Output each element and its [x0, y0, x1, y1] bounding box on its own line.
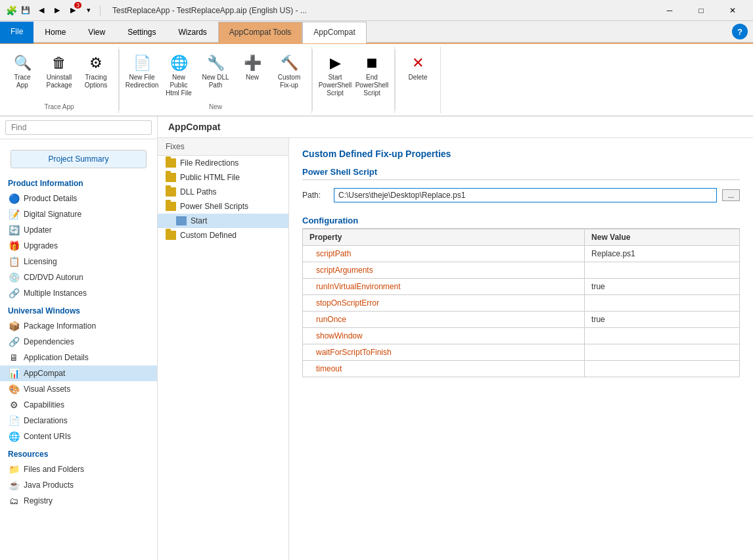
tab-appcompat-tools[interactable]: AppCompat Tools: [218, 22, 303, 43]
licensing-icon: 📋: [8, 256, 20, 268]
sidebar-item-appcompat[interactable]: 📊 AppCompat: [0, 365, 157, 381]
table-row: runInVirtualEnvironment true: [303, 279, 740, 295]
tab-home[interactable]: Home: [34, 22, 77, 43]
help-btn[interactable]: ?: [732, 24, 748, 39]
sidebar-item-product-details[interactable]: 🔵 Product Details: [0, 191, 157, 206]
sidebar-item-updater[interactable]: 🔄 Updater: [0, 222, 157, 238]
tree-item-file-redirections[interactable]: File Redirections: [158, 156, 288, 170]
sidebar-item-upgrades[interactable]: 🎁 Upgrades: [0, 238, 157, 254]
java-products-icon: ☕: [8, 479, 20, 491]
uninstall-package-btn[interactable]: 🗑 UninstallPackage: [42, 49, 76, 93]
sidebar-item-licensing[interactable]: 📋 Licensing: [0, 254, 157, 269]
val-scriptPath[interactable]: Replace.ps1: [585, 246, 740, 262]
product-details-icon: 🔵: [8, 193, 20, 204]
val-scriptArguments[interactable]: [585, 262, 740, 279]
sidebar-item-declarations[interactable]: 📄 Declarations: [0, 413, 157, 429]
save-quick-btn[interactable]: 💾: [18, 3, 33, 18]
registry-icon: 🗂: [8, 495, 20, 507]
visual-assets-icon: 🎨: [8, 383, 20, 395]
config-section-header: Configuration: [302, 216, 740, 229]
window-controls: ─ □ ✕: [654, 0, 748, 21]
prop-runInVirtualEnvironment[interactable]: runInVirtualEnvironment: [303, 279, 585, 295]
val-timeout[interactable]: [585, 361, 740, 377]
tree-item-custom-defined[interactable]: Custom Defined: [158, 228, 288, 243]
start-powershell-btn[interactable]: ▶ Start PowerShellScript: [318, 49, 352, 101]
delete-items: ✕ Delete: [401, 49, 435, 110]
sidebar-item-digital-signature[interactable]: 📝 Digital Signature: [0, 206, 157, 222]
tree-item-power-shell-scripts[interactable]: Power Shell Scripts: [158, 199, 288, 214]
tab-appcompat[interactable]: AppCompat: [302, 22, 366, 43]
new-file-redirection-btn[interactable]: 📄 New FileRedirection: [125, 49, 159, 93]
start-powershell-label: Start PowerShellScript: [319, 74, 352, 97]
tracing-options-btn[interactable]: ⚙ TracingOptions: [79, 49, 113, 93]
sidebar-item-files-folders[interactable]: 📁 Files and Folders: [0, 461, 157, 477]
ps-section: Power Shell Script Path: ...: [302, 167, 740, 202]
prop-runOnce[interactable]: runOnce: [303, 312, 585, 328]
new-public-html-label: New PublicHtml File: [165, 74, 193, 97]
new-file-redirection-label: New FileRedirection: [126, 74, 159, 89]
tab-file[interactable]: File: [0, 22, 34, 43]
sidebar-item-java-products[interactable]: ☕ Java Products: [0, 477, 157, 493]
val-stopOnScriptError[interactable]: [585, 295, 740, 312]
package-information-icon: 📦: [8, 320, 20, 332]
title-bar: 🧩 💾 ◀ ▶ ▶ 3 ▾ TestReplaceApp - TestRepla…: [0, 0, 753, 21]
universal-windows-title: Universal Windows: [0, 301, 157, 318]
trace-app-btn[interactable]: 🔍 TraceApp: [5, 49, 39, 93]
content-uris-icon: 🌐: [8, 431, 20, 442]
path-browse-btn[interactable]: ...: [722, 189, 740, 201]
close-btn[interactable]: ✕: [718, 0, 748, 21]
new-public-html-btn[interactable]: 🌐 New PublicHtml File: [162, 49, 196, 101]
prop-scriptPath[interactable]: scriptPath: [303, 246, 585, 262]
app-icon: 🧩: [5, 5, 17, 16]
val-showWindow[interactable]: [585, 328, 740, 344]
path-input[interactable]: [334, 188, 717, 202]
val-runInVirtualEnvironment[interactable]: true: [585, 279, 740, 295]
end-powershell-btn[interactable]: ⏹ End PowerShellScript: [355, 49, 389, 101]
ribbon-content: 🔍 TraceApp 🗑 UninstallPackage ⚙ TracingO…: [0, 43, 753, 116]
tracing-options-label: TracingOptions: [85, 74, 107, 89]
redo-quick-btn[interactable]: ▶: [50, 3, 64, 18]
maximize-btn[interactable]: □: [686, 0, 716, 21]
prop-scriptArguments[interactable]: scriptArguments: [303, 262, 585, 279]
tree-item-dll-paths[interactable]: DLL Paths: [158, 185, 288, 199]
tab-view[interactable]: View: [77, 22, 116, 43]
sidebar-item-content-uris[interactable]: 🌐 Content URIs: [0, 429, 157, 444]
delete-btn[interactable]: ✕ Delete: [401, 49, 435, 85]
dropdown-btn[interactable]: ▾: [81, 3, 96, 18]
appcompat-sidebar-icon: 📊: [8, 367, 20, 379]
search-input[interactable]: [5, 120, 152, 135]
table-row: runOnce true: [303, 312, 740, 328]
prop-timeout[interactable]: timeout: [303, 361, 585, 377]
sidebar-item-cd-dvd[interactable]: 💿 CD/DVD Autorun: [0, 269, 157, 285]
undo-quick-btn[interactable]: ◀: [34, 3, 49, 18]
tab-wizards[interactable]: Wizards: [168, 22, 218, 43]
table-row: showWindow: [303, 328, 740, 344]
sidebar-item-visual-assets[interactable]: 🎨 Visual Assets: [0, 381, 157, 397]
delete-icon: ✕: [407, 53, 428, 74]
folder-icon-public-html: [166, 173, 176, 182]
tree-item-start[interactable]: Start: [158, 214, 288, 228]
trace-app-icon: 🔍: [12, 53, 33, 74]
prop-waitForScriptToFinish[interactable]: waitForScriptToFinish: [303, 344, 585, 361]
new-dll-path-btn[interactable]: 🔧 New DLLPath: [198, 49, 233, 93]
minimize-btn[interactable]: ─: [654, 0, 685, 21]
sidebar-item-dependencies[interactable]: 🔗 Dependencies: [0, 334, 157, 350]
sidebar-item-package-information[interactable]: 📦 Package Information: [0, 318, 157, 334]
tree-item-public-html-file[interactable]: Public HTML File: [158, 170, 288, 185]
sidebar: Project Summary Product Information 🔵 Pr…: [0, 116, 158, 560]
project-summary-btn[interactable]: Project Summary: [11, 150, 147, 168]
cd-dvd-icon: 💿: [8, 271, 20, 283]
val-runOnce[interactable]: true: [585, 312, 740, 328]
sidebar-item-application-details[interactable]: 🖥 Application Details: [0, 350, 157, 365]
val-waitForScriptToFinish[interactable]: [585, 344, 740, 361]
sidebar-item-capabilities[interactable]: ⚙ Capabilities: [0, 397, 157, 413]
sidebar-item-multiple-instances[interactable]: 🔗 Multiple Instances: [0, 285, 157, 301]
sidebar-item-registry[interactable]: 🗂 Registry: [0, 493, 157, 509]
table-row: waitForScriptToFinish: [303, 344, 740, 361]
delete-label: Delete: [409, 74, 428, 82]
tab-settings[interactable]: Settings: [116, 22, 167, 43]
prop-showWindow[interactable]: showWindow: [303, 328, 585, 344]
prop-stopOnScriptError[interactable]: stopOnScriptError: [303, 295, 585, 312]
custom-fix-up-btn[interactable]: 🔨 CustomFix-up: [272, 49, 306, 93]
new-btn[interactable]: ➕ New: [235, 49, 269, 85]
